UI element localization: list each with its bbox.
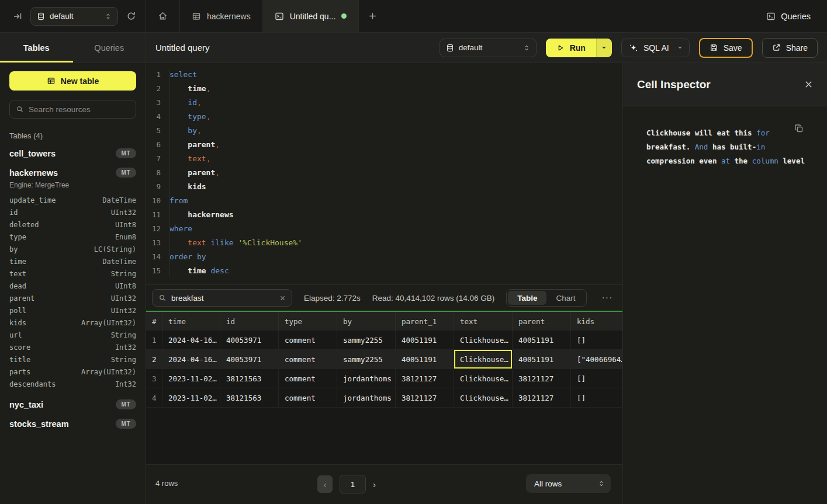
table-cell[interactable]: ["40066964… xyxy=(571,350,622,369)
table-cell[interactable]: Clickhouse… xyxy=(454,388,513,407)
editor-line[interactable]: 3 id, xyxy=(146,96,622,110)
column-row[interactable]: scoreInt32 xyxy=(9,341,136,353)
column-row[interactable]: pollUInt32 xyxy=(9,304,136,317)
editor-line[interactable]: 9 kids xyxy=(146,180,622,194)
page-number-input[interactable] xyxy=(340,475,366,493)
run-options-button[interactable] xyxy=(596,39,612,57)
run-button[interactable]: Run xyxy=(546,39,596,57)
editor-line[interactable]: 1select xyxy=(146,68,622,82)
editor-line[interactable]: 13 text ilike '%ClickHouse%' xyxy=(146,236,622,250)
copy-icon[interactable] xyxy=(794,124,804,133)
resource-search[interactable] xyxy=(9,100,136,119)
column-row[interactable]: update_timeDateTime xyxy=(9,194,136,206)
more-options-icon[interactable]: ··· xyxy=(598,293,617,303)
table-cell[interactable]: 40051191 xyxy=(513,331,571,349)
column-row[interactable]: timeDateTime xyxy=(9,255,136,267)
queries-link[interactable]: Queries xyxy=(766,12,811,21)
table-cell[interactable]: [] xyxy=(571,331,622,349)
collapse-sidebar-icon[interactable] xyxy=(13,12,22,21)
editor-line[interactable]: 6 parent, xyxy=(146,138,622,152)
column-row[interactable]: idUInt32 xyxy=(9,206,136,218)
column-row[interactable]: descendantsInt32 xyxy=(9,378,136,390)
tab-untitled-query[interactable]: Untitled qu... xyxy=(263,0,359,32)
column-header[interactable]: kids xyxy=(571,312,622,331)
table-cell[interactable]: jordanthoms xyxy=(337,369,396,388)
table-cell[interactable]: Clickhouse… xyxy=(454,369,513,388)
column-header[interactable]: time xyxy=(162,312,220,331)
save-button[interactable]: Save xyxy=(699,38,753,58)
table-cell[interactable]: jordanthoms xyxy=(337,388,396,407)
database-selector[interactable]: default xyxy=(30,7,118,26)
view-tab-table[interactable]: Table xyxy=(508,291,546,305)
table-cell[interactable]: 38121127 xyxy=(513,388,571,407)
share-button[interactable]: Share xyxy=(762,38,818,58)
table-cell[interactable]: comment xyxy=(279,331,337,349)
column-row[interactable]: typeEnum8 xyxy=(9,231,136,243)
view-tab-chart[interactable]: Chart xyxy=(546,291,584,305)
table-row[interactable]: 42023-11-02…38121563commentjordanthoms38… xyxy=(146,388,622,408)
editor-line[interactable]: 7 text, xyxy=(146,152,622,166)
table-cell[interactable]: 40051191 xyxy=(396,331,454,349)
refresh-icon[interactable] xyxy=(126,11,136,21)
column-row[interactable]: parentUInt32 xyxy=(9,292,136,304)
table-cell[interactable]: [] xyxy=(571,388,622,407)
table-cell[interactable]: comment xyxy=(279,350,337,369)
chevron-down-icon[interactable] xyxy=(677,44,683,51)
table-cell[interactable]: 38121563 xyxy=(220,369,279,388)
column-row[interactable]: titleString xyxy=(9,353,136,366)
new-tab-button[interactable] xyxy=(359,0,386,32)
editor-line[interactable]: 11 hackernews xyxy=(146,208,622,222)
table-cell[interactable]: [] xyxy=(571,369,622,388)
clear-search-icon[interactable] xyxy=(279,295,286,301)
table-row[interactable]: 22024-04-16…40053971commentsammy22554005… xyxy=(146,350,622,369)
table-cell[interactable]: 38121127 xyxy=(513,369,571,388)
editor-line[interactable]: 4 type, xyxy=(146,110,622,124)
table-cell[interactable]: 2023-11-02… xyxy=(162,369,220,388)
table-cell[interactable]: comment xyxy=(279,388,337,407)
editor-line[interactable]: 5 by, xyxy=(146,124,622,138)
editor-line[interactable]: 8 parent, xyxy=(146,166,622,180)
query-database-selector[interactable]: default xyxy=(440,39,537,57)
column-row[interactable]: textString xyxy=(9,267,136,280)
editor-line[interactable]: 12where xyxy=(146,222,622,236)
column-header[interactable]: parent_1 xyxy=(396,312,454,331)
column-row[interactable]: kidsArray(UInt32) xyxy=(9,317,136,329)
editor-line[interactable]: 10from xyxy=(146,194,622,208)
table-cell[interactable]: Clickhouse… xyxy=(454,331,513,349)
table-cell[interactable]: 40051191 xyxy=(396,350,454,369)
table-cell[interactable]: 2024-04-16… xyxy=(162,331,220,349)
page-size-selector[interactable]: All rows xyxy=(526,474,611,493)
sidebar-tab-tables[interactable]: Tables xyxy=(0,33,73,62)
table-cell[interactable]: 40053971 xyxy=(220,331,279,349)
table-cell[interactable]: 40053971 xyxy=(220,350,279,369)
table-cell[interactable]: 40051191 xyxy=(513,350,571,369)
table-cell[interactable]: comment xyxy=(279,369,337,388)
column-row[interactable]: partsArray(UInt32) xyxy=(9,366,136,378)
table-cell[interactable]: 2023-11-02… xyxy=(162,388,220,407)
column-row[interactable]: deletedUInt8 xyxy=(9,218,136,231)
resource-search-input[interactable] xyxy=(29,105,130,114)
table-cell[interactable]: 38121563 xyxy=(220,388,279,407)
sidebar-tab-queries[interactable]: Queries xyxy=(73,33,146,62)
results-search[interactable] xyxy=(152,289,292,307)
tab-home[interactable] xyxy=(146,0,180,32)
sidebar-table-nyc-taxi[interactable]: nyc_taxi MT xyxy=(9,395,136,414)
sidebar-table-hackernews[interactable]: hackernews MT xyxy=(9,163,136,182)
tab-hackernews[interactable]: hackernews xyxy=(180,0,263,32)
column-header[interactable]: # xyxy=(146,312,162,331)
sql-ai-button[interactable]: SQL AI xyxy=(621,39,690,57)
selected-cell[interactable]: Clickhouse… xyxy=(454,350,513,369)
table-cell[interactable]: sammy2255 xyxy=(337,350,396,369)
sidebar-table-cell-towers[interactable]: cell_towers MT xyxy=(9,144,136,163)
table-cell[interactable]: sammy2255 xyxy=(337,331,396,349)
sidebar-table-stocks-stream[interactable]: stocks_stream MT xyxy=(9,414,136,433)
column-row[interactable]: urlString xyxy=(9,329,136,341)
column-row[interactable]: byLC(String) xyxy=(9,243,136,255)
column-header[interactable]: type xyxy=(279,312,337,331)
close-icon[interactable] xyxy=(804,80,813,89)
editor-line[interactable]: 14order by xyxy=(146,250,622,264)
prev-page-button[interactable]: ‹ xyxy=(317,475,333,493)
table-cell[interactable]: 38121127 xyxy=(396,369,454,388)
column-header[interactable]: id xyxy=(220,312,279,331)
table-cell[interactable]: 38121127 xyxy=(396,388,454,407)
